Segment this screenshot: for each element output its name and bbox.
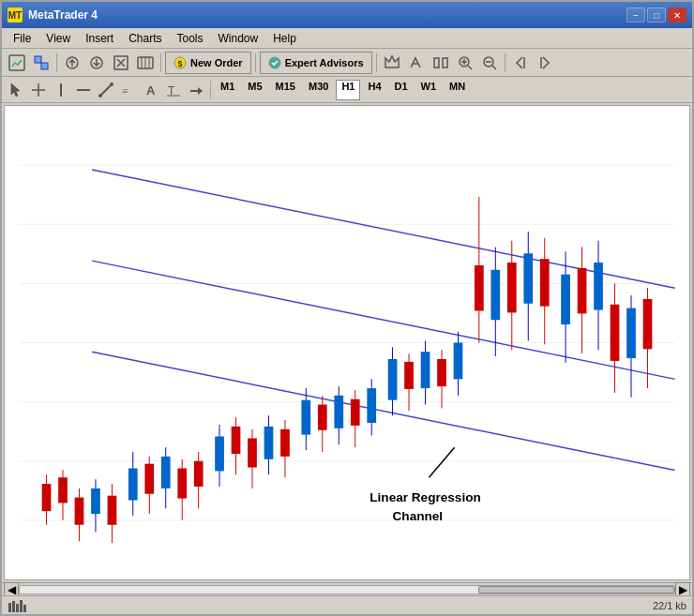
zoom-in-button[interactable] — [454, 52, 476, 74]
timeframe-w1[interactable]: W1 — [415, 80, 443, 100]
timeframe-h4[interactable]: H4 — [362, 80, 386, 100]
svg-rect-80 — [318, 405, 327, 430]
svg-text:$: $ — [177, 59, 182, 68]
svg-rect-86 — [367, 388, 376, 423]
svg-rect-70 — [232, 427, 241, 454]
new-order-button[interactable]: $ New Order — [165, 52, 251, 74]
fibonacci-tool[interactable]: ≡ — [118, 80, 139, 100]
timeframe-mn[interactable]: MN — [444, 80, 471, 100]
timeframe-h1[interactable]: H1 — [336, 80, 360, 100]
svg-line-17 — [468, 66, 472, 69]
status-chart-icon — [8, 599, 26, 612]
toolbar-btn-3[interactable] — [61, 52, 83, 74]
menu-help[interactable]: Help — [265, 30, 304, 47]
zoom-out-button[interactable] — [478, 52, 501, 74]
svg-rect-96 — [454, 343, 463, 380]
svg-rect-102 — [507, 263, 517, 312]
crosshair-tool[interactable] — [28, 80, 49, 100]
svg-rect-88 — [388, 359, 398, 400]
timeframe-m1[interactable]: M1 — [215, 80, 240, 100]
timeframe-d1[interactable]: D1 — [389, 80, 414, 100]
toolbar-btn-6[interactable] — [134, 52, 157, 74]
trend-line-tool[interactable] — [96, 80, 116, 100]
svg-rect-60 — [144, 464, 154, 494]
maximize-button[interactable]: □ — [647, 8, 666, 23]
svg-text:≡: ≡ — [122, 85, 128, 97]
menu-bar: File View Insert Charts Tools Window Hel… — [2, 28, 692, 49]
scroll-right-button[interactable] — [534, 52, 556, 74]
window-title: MetaTrader 4 — [28, 8, 98, 22]
svg-rect-104 — [523, 253, 533, 303]
cursor-tool[interactable] — [6, 80, 26, 100]
toolbar-sep-2 — [160, 53, 161, 72]
svg-rect-76 — [280, 429, 290, 457]
svg-rect-118 — [643, 299, 653, 349]
status-info: 22/1 kb — [653, 600, 686, 611]
main-window: MT MetaTrader 4 − □ ✕ File View Insert C… — [0, 0, 694, 616]
horizontal-scrollbar[interactable]: ◀ ▶ — [2, 582, 692, 595]
scrollbar-thumb[interactable] — [478, 586, 674, 593]
timeframe-m15[interactable]: M15 — [270, 80, 301, 100]
svg-rect-0 — [9, 55, 24, 70]
menu-window[interactable]: Window — [211, 30, 266, 47]
svg-text:A: A — [146, 83, 156, 98]
svg-rect-92 — [421, 352, 430, 388]
expert-advisors-button[interactable]: Expert Advisors — [260, 52, 372, 74]
menu-tools[interactable]: Tools — [170, 30, 211, 47]
svg-rect-124 — [16, 604, 19, 612]
svg-rect-56 — [108, 496, 117, 525]
svg-rect-78 — [301, 400, 310, 435]
arrow-tool[interactable] — [186, 80, 206, 100]
svg-rect-125 — [20, 600, 23, 612]
window-controls: − □ ✕ — [626, 8, 686, 23]
svg-text:Channel: Channel — [393, 509, 444, 523]
toolbar2-sep — [210, 81, 211, 99]
text-tool[interactable]: A — [141, 80, 161, 100]
svg-line-29 — [100, 84, 112, 96]
title-bar: MT MetaTrader 4 − □ ✕ — [2, 2, 692, 28]
toolbar-btn-2[interactable] — [30, 52, 53, 74]
minimize-button[interactable]: − — [626, 8, 645, 23]
menu-insert[interactable]: Insert — [78, 30, 121, 47]
svg-rect-84 — [351, 399, 360, 426]
chart-area[interactable]: Linear Regression Channel — [4, 105, 690, 580]
svg-rect-62 — [161, 457, 171, 488]
toolbar-btn-7[interactable] — [381, 52, 403, 74]
svg-rect-94 — [437, 359, 446, 386]
drawing-toolbar: ≡ A T M1 M5 M15 M30 H1 H4 D1 W1 MN — [2, 77, 692, 103]
svg-rect-98 — [475, 265, 484, 311]
svg-rect-68 — [215, 437, 224, 472]
svg-rect-100 — [490, 270, 500, 320]
main-toolbar: $ New Order Expert Advisors — [2, 49, 692, 77]
svg-text:Linear Regression: Linear Regression — [370, 490, 480, 504]
svg-rect-110 — [578, 268, 587, 314]
svg-line-21 — [492, 66, 496, 69]
svg-rect-108 — [561, 275, 570, 324]
horizontal-line-tool[interactable] — [73, 80, 94, 100]
vertical-line-tool[interactable] — [51, 80, 71, 100]
text-label-tool[interactable]: T — [163, 80, 184, 100]
svg-rect-106 — [540, 259, 550, 307]
new-chart-button[interactable] — [6, 52, 28, 74]
timeframe-m5[interactable]: M5 — [242, 80, 267, 100]
timeframe-m30[interactable]: M30 — [303, 80, 334, 100]
svg-point-30 — [98, 94, 102, 98]
svg-rect-74 — [264, 427, 274, 459]
toolbar-sep-1 — [56, 53, 57, 72]
menu-file[interactable]: File — [6, 30, 38, 47]
svg-rect-126 — [23, 605, 26, 612]
svg-rect-90 — [404, 362, 414, 389]
toolbar-btn-4[interactable] — [85, 52, 108, 74]
scroll-left-button[interactable] — [509, 52, 532, 74]
close-button[interactable]: ✕ — [668, 8, 686, 23]
toolbar-btn-8[interactable] — [405, 52, 428, 74]
menu-charts[interactable]: Charts — [121, 30, 169, 47]
svg-rect-122 — [8, 603, 11, 612]
svg-rect-116 — [626, 308, 636, 358]
scrollbar-track[interactable] — [19, 585, 675, 594]
menu-view[interactable]: View — [38, 30, 78, 47]
svg-rect-54 — [91, 488, 100, 514]
toolbar-btn-9[interactable] — [430, 52, 452, 74]
toolbar-sep-3 — [255, 53, 256, 72]
toolbar-btn-5[interactable] — [110, 52, 132, 74]
